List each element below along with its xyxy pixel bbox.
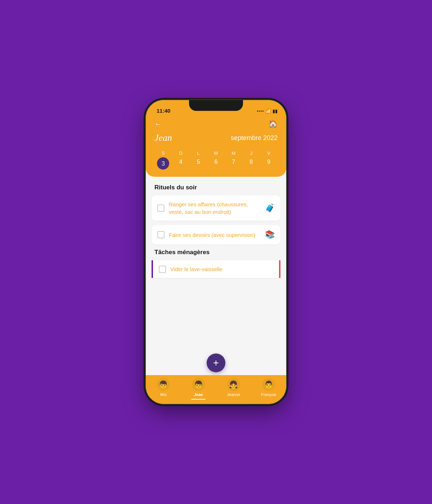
tab-avatar: 👨 xyxy=(262,378,275,391)
header-title-row: Jean septembre 2022 xyxy=(154,132,278,143)
status-time: 11:40 xyxy=(153,108,170,114)
tab-avatar: 👦 xyxy=(157,378,170,391)
task-text: Ranger ses affaires (chaussures, veste, … xyxy=(169,201,261,216)
calendar-day-number[interactable]: 4 xyxy=(172,157,190,170)
section-title: Tâches ménagères xyxy=(146,249,286,260)
task-card: Ranger ses affaires (chaussures, veste, … xyxy=(152,195,280,221)
task-emoji: 📚 xyxy=(265,230,275,239)
calendar-day-labels: SDLMMJV xyxy=(154,149,278,157)
tab-label: François xyxy=(261,392,276,397)
calendar-day-label: J xyxy=(242,149,260,157)
calendar-day-numbers[interactable]: 3456789 xyxy=(154,157,278,170)
calendar-day-label: D xyxy=(172,149,190,157)
calendar-day-label: L xyxy=(190,149,207,157)
calendar-day-number[interactable]: 3 xyxy=(157,157,169,170)
tab-item-jeanne[interactable]: 👧Jeanne xyxy=(216,378,251,397)
tab-label: Jean xyxy=(194,392,203,397)
task-text: Vider le lave-vaisselle xyxy=(170,265,273,273)
calendar-day-number[interactable]: 5 xyxy=(190,157,207,170)
task-checkbox[interactable] xyxy=(159,266,166,273)
add-button[interactable]: + xyxy=(207,354,225,372)
user-name: Jean xyxy=(154,132,172,143)
calendar-day-number[interactable]: 6 xyxy=(207,157,225,170)
fab-container: + xyxy=(146,348,286,375)
notch xyxy=(189,100,243,111)
section-title: Rituels du soir xyxy=(146,184,286,195)
calendar-day-label: V xyxy=(260,149,278,157)
tab-avatar: 👦 xyxy=(192,378,205,391)
tab-active-indicator xyxy=(191,399,206,400)
calendar-day-label: M xyxy=(225,149,242,157)
battery-icon: ▮▮ xyxy=(273,108,278,114)
wifi-icon: 📶 xyxy=(265,108,271,114)
tab-label: Jeanne xyxy=(227,392,240,397)
calendar-day-number[interactable]: 9 xyxy=(260,157,278,170)
task-card: Vider le lave-vaisselle xyxy=(152,260,280,278)
status-icons: 📶 ▮▮ xyxy=(257,108,279,114)
task-text: Faire ses devoirs (avec supervision) xyxy=(169,231,261,239)
home-button[interactable]: 🏠 xyxy=(269,120,278,128)
main-content: Rituels du soirRanger ses affaires (chau… xyxy=(146,177,286,348)
tab-avatar: 👧 xyxy=(227,378,240,391)
header-nav: ← 🏠 xyxy=(154,120,278,128)
signal-icon xyxy=(257,111,264,112)
calendar-day-label: S xyxy=(154,149,172,157)
phone-shell: 11:40 📶 ▮▮ ← 🏠 Jean septembre 2022 SDLMM… xyxy=(146,100,286,404)
back-button[interactable]: ← xyxy=(154,120,162,128)
task-emoji: 🧳 xyxy=(265,203,275,213)
task-checkbox[interactable] xyxy=(157,204,165,212)
phone-screen: 11:40 📶 ▮▮ ← 🏠 Jean septembre 2022 SDLMM… xyxy=(146,100,286,404)
tab-bar: 👦Moi👦Jean👧Jeanne👨François xyxy=(146,375,286,404)
header: ← 🏠 Jean septembre 2022 SDLMMJV 3456789 xyxy=(146,116,286,177)
task-card: Faire ses devoirs (avec supervision)📚 xyxy=(152,225,280,244)
tab-item-françois[interactable]: 👨François xyxy=(251,378,287,397)
tab-item-moi[interactable]: 👦Moi xyxy=(146,378,181,397)
calendar-day-number[interactable]: 7 xyxy=(225,157,242,170)
tab-item-jean[interactable]: 👦Jean xyxy=(181,378,216,400)
task-checkbox[interactable] xyxy=(157,231,165,238)
calendar-day-label: M xyxy=(207,149,225,157)
calendar-day-number[interactable]: 8 xyxy=(242,157,260,170)
month-year: septembre 2022 xyxy=(231,134,278,142)
tab-label: Moi xyxy=(160,392,167,397)
